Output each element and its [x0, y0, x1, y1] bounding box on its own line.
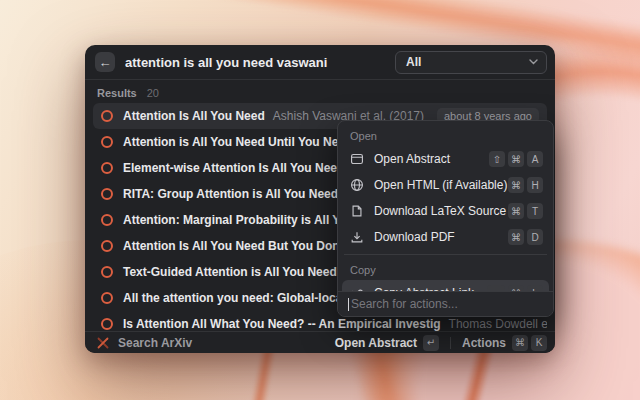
menu-item-shortcut: ⌘T	[508, 203, 543, 219]
filter-dropdown[interactable]: All	[395, 51, 547, 74]
menu-item[interactable]: Download LaTeX Source⌘T	[342, 198, 549, 224]
filter-value: All	[406, 55, 529, 69]
shortcut-key: ⇧	[489, 151, 505, 167]
arxiv-result-icon	[101, 240, 113, 252]
actions-menu-list: OpenOpen Abstract⇧⌘AOpen HTML (if Availa…	[338, 121, 553, 291]
shortcut-key: ⌘	[508, 151, 524, 167]
arxiv-result-icon	[101, 318, 113, 330]
document-icon	[350, 204, 365, 219]
download-icon	[350, 230, 365, 245]
back-arrow-icon: ←	[99, 55, 112, 70]
shortcut-key: ⌘	[512, 335, 528, 351]
primary-action-label[interactable]: Open Abstract	[335, 336, 417, 350]
menu-item-shortcut: ⇧⌘A	[489, 151, 543, 167]
chevron-down-icon	[529, 57, 538, 67]
text-caret	[348, 298, 349, 311]
menu-item-label: Open Abstract	[374, 152, 489, 166]
result-title: Attention Is All You Need	[123, 109, 265, 123]
window-icon	[350, 152, 365, 167]
globe-icon	[350, 178, 365, 193]
search-header: ← All	[85, 45, 555, 79]
menu-item[interactable]: Open Abstract⇧⌘A	[342, 146, 549, 172]
shortcut-key: H	[527, 177, 543, 193]
extension-name: Search ArXiv	[118, 336, 192, 350]
menu-item-shortcut: ⌘H	[508, 177, 543, 193]
status-bar: Search ArXiv Open Abstract ↵ Actions ⌘K	[85, 331, 555, 353]
arxiv-result-icon	[101, 292, 113, 304]
shortcut-key: ⌘	[508, 203, 524, 219]
menu-item[interactable]: Download PDF⌘D	[342, 224, 549, 250]
actions-keys: ⌘K	[512, 335, 547, 351]
results-count: 20	[147, 87, 159, 99]
shortcut-key: K	[531, 335, 547, 351]
menu-section-title: Open	[342, 125, 549, 146]
arxiv-result-icon	[101, 266, 113, 278]
menu-section-title: Copy	[342, 259, 549, 280]
actions-search-bar	[338, 291, 553, 316]
shortcut-key: T	[527, 203, 543, 219]
shortcut-key: ⌘	[508, 229, 524, 245]
result-author: Thomas Dowdell et al. (2019)	[449, 317, 547, 331]
results-label: Results	[97, 87, 137, 99]
arxiv-result-icon	[101, 162, 113, 174]
menu-item-label: Download LaTeX Source	[374, 204, 508, 218]
back-button[interactable]: ←	[95, 52, 115, 72]
result-title: Element-wise Attention Is All You Need	[123, 161, 344, 175]
arxiv-result-icon	[101, 214, 113, 226]
shortcut-key: D	[527, 229, 543, 245]
actions-button[interactable]: Actions	[462, 336, 506, 350]
arxiv-result-icon	[101, 136, 113, 148]
footer-divider	[450, 337, 451, 349]
arxiv-logo-icon	[97, 337, 109, 349]
menu-item[interactable]: Copy Abstract Link⌥⌘L	[342, 280, 549, 291]
return-key-icon: ↵	[423, 335, 439, 351]
search-input[interactable]	[125, 55, 395, 70]
menu-divider	[344, 254, 547, 255]
arxiv-result-icon	[101, 110, 113, 122]
menu-item-label: Open HTML (if Available)	[374, 178, 508, 192]
menu-item-shortcut: ⌘D	[508, 229, 543, 245]
menu-item[interactable]: Open HTML (if Available)⌘H	[342, 172, 549, 198]
shortcut-key: A	[527, 151, 543, 167]
shortcut-key: ⌘	[508, 177, 524, 193]
arxiv-result-icon	[101, 188, 113, 200]
menu-item-label: Download PDF	[374, 230, 508, 244]
results-header: Results 20	[85, 80, 555, 103]
result-title: Is Attention All What You Need? -- An Em…	[123, 317, 441, 331]
actions-menu: OpenOpen Abstract⇧⌘AOpen HTML (if Availa…	[337, 120, 554, 317]
actions-search-input[interactable]	[351, 297, 543, 311]
